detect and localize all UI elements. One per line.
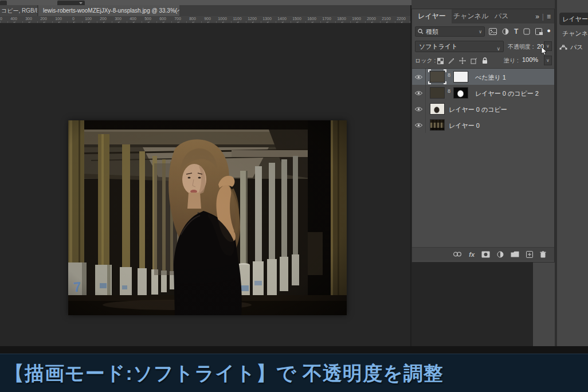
layer-name[interactable]: レイヤー 0 [449, 121, 480, 130]
layer-row-solid-fill[interactable]: 8 べた塗り 1 [412, 69, 554, 85]
dock-item-label: パス [570, 43, 583, 52]
layer-row-background[interactable]: レイヤー 0 [412, 117, 554, 133]
tool-preset-dropdown[interactable] [57, 1, 85, 5]
ruler-minor-ticks [0, 21, 411, 23]
new-layer-icon[interactable] [526, 251, 533, 258]
visibility-toggle[interactable] [412, 117, 426, 133]
filter-adjustment-layers-icon[interactable] [502, 28, 509, 35]
lock-artboard-icon[interactable] [471, 58, 477, 64]
blend-mode-value: ソフトライト [419, 43, 458, 50]
tab-channels[interactable]: チャンネル [448, 9, 494, 23]
lock-row: ロック : 塗り : 100% ∨ [412, 54, 554, 67]
lock-all-icon[interactable] [482, 57, 488, 64]
ruler-tick-label: 400 [10, 17, 17, 21]
eye-icon [414, 91, 423, 96]
ruler-tick-label: 1400 [277, 17, 287, 21]
collapse-panel-icon[interactable]: » [535, 13, 539, 21]
document-tab-inactive[interactable]: コピー, RGB/8) * × [0, 5, 38, 16]
ruler-tick-label: 1500 [292, 17, 301, 21]
new-adjustment-layer-icon[interactable] [497, 251, 504, 258]
layer-thumbnail[interactable] [430, 103, 445, 115]
ruler-tick-label: 900 [204, 17, 211, 21]
dock-item-label: チャンネル [562, 29, 588, 38]
mask-link-icon[interactable]: 8 [448, 72, 450, 78]
filter-type-layers-icon[interactable]: T [514, 28, 518, 36]
column-graffiti-number: 7 [73, 279, 82, 295]
filter-kind-dropdown[interactable]: 種類 ∨ [415, 26, 485, 37]
layer-row-copy-2[interactable]: 8 レイヤー 0 のコピー 2 [412, 85, 554, 101]
eye-icon [414, 75, 423, 80]
ruler-tick-label: 1000 [218, 17, 227, 21]
layer-row-copy[interactable]: レイヤー 0 のコピー [412, 101, 554, 117]
layer-mask-thumbnail[interactable] [453, 87, 468, 99]
blend-mode-row: ソフトライト ∨ 不透明度 : 20% ∨ [412, 40, 554, 53]
tab-paths[interactable]: パス [489, 9, 515, 23]
document-tab-active[interactable]: lewis-roberts-wooMZEjJXy-8-unsplash.jpg … [38, 5, 179, 16]
filter-shape-layers-icon[interactable] [523, 28, 530, 35]
chevron-down-icon: ∨ [496, 44, 500, 54]
document-tab-title: lewis-roberts-wooMZEjJXy-8-unsplash.jpg … [43, 7, 179, 15]
layer-name[interactable]: べた塗り 1 [475, 73, 506, 82]
filter-pixel-layers-icon[interactable] [489, 28, 497, 35]
layer-mask-thumbnail[interactable] [453, 71, 468, 83]
layers-panel-header: レイヤー チャンネル パス » | ≡ [412, 9, 554, 23]
ruler-tick-label: 200 [100, 17, 107, 21]
layer-name[interactable]: レイヤー 0 のコピー [449, 105, 507, 114]
filter-toggle-icon[interactable]: ● [547, 27, 551, 34]
ruler-tick-label: 300 [115, 17, 121, 21]
fill-field[interactable]: 100% [522, 56, 538, 63]
caption-band: 【描画モード:ソフトライト】で 不透明度を調整 [0, 354, 588, 392]
visibility-toggle[interactable] [412, 85, 426, 101]
layer-style-fx-icon[interactable]: fx [469, 251, 475, 258]
ruler-tick-label: 2200 [397, 17, 406, 21]
ruler-tick-label: 200 [40, 17, 47, 21]
canvas-workarea[interactable]: 7 [0, 23, 410, 347]
ruler-tick-label: 2100 [382, 17, 391, 21]
ruler-tick-label: 800 [189, 17, 196, 21]
filter-smart-object-icon[interactable] [535, 28, 543, 35]
layer-name[interactable]: レイヤー 0 のコピー 2 [475, 89, 539, 98]
fill-caret-button[interactable]: ∨ [544, 56, 552, 65]
dock-item-channels[interactable]: チャンネル [559, 27, 588, 40]
tab-layers[interactable]: レイヤー [412, 9, 452, 23]
visibility-toggle[interactable] [412, 101, 426, 117]
lock-pixels-brush-icon[interactable] [448, 58, 454, 64]
add-layer-mask-icon[interactable] [481, 251, 490, 258]
fill-layer-thumbnail[interactable] [430, 71, 445, 83]
new-group-folder-icon[interactable] [511, 251, 519, 257]
eye-icon [414, 107, 423, 112]
horizontal-ruler[interactable]: 5004003002001000100200300400500600700800… [0, 16, 411, 23]
ruler-tick-label: 400 [130, 17, 136, 21]
layers-panel-footer: fx [412, 247, 554, 261]
blend-mode-select[interactable]: ソフトライト ∨ [415, 41, 504, 52]
lock-transparency-icon[interactable] [437, 58, 444, 64]
document-tab-bar: コピー, RGB/8) * × lewis-roberts-wooMZEjJXy… [0, 5, 411, 16]
pasteboard-under-panel [411, 262, 533, 347]
ruler-tick-label: 700 [174, 17, 181, 21]
ruler-tick-label: 1100 [233, 17, 241, 21]
ruler-tick-label: 1800 [337, 17, 346, 21]
bottom-black-strip [0, 346, 588, 354]
ruler-tick-label: 0 [72, 17, 75, 21]
search-icon [418, 29, 424, 34]
lock-position-move-icon[interactable] [459, 57, 466, 64]
layer-thumbnail[interactable] [430, 87, 445, 99]
mask-link-icon[interactable]: 8 [448, 88, 450, 94]
panel-menu-icon[interactable]: ≡ [547, 13, 551, 21]
delete-layer-trash-icon[interactable] [540, 251, 546, 258]
layers-panel: レイヤー チャンネル パス » | ≡ 種類 ∨ T ● [411, 9, 555, 262]
ruler-tick-label: 500 [144, 17, 151, 21]
link-layers-icon[interactable] [453, 252, 462, 257]
dock-item-label: レイヤー [562, 15, 588, 23]
photoshop-window: コピー, RGB/8) * × lewis-roberts-wooMZEjJXy… [0, 0, 588, 392]
photo-canvas[interactable] [68, 120, 347, 315]
panel-top-fill [411, 0, 555, 9]
document-tab-title: コピー, RGB/8) * [1, 7, 38, 15]
visibility-toggle[interactable] [412, 69, 426, 85]
dock-item-paths[interactable]: パス [559, 41, 588, 53]
ruler-tick-label: 300 [25, 17, 32, 21]
dock-item-layers[interactable]: レイヤー [559, 13, 588, 25]
lock-label: ロック : [415, 57, 436, 65]
ruler-tick-label: 1200 [248, 17, 257, 21]
layer-thumbnail[interactable] [430, 119, 445, 131]
